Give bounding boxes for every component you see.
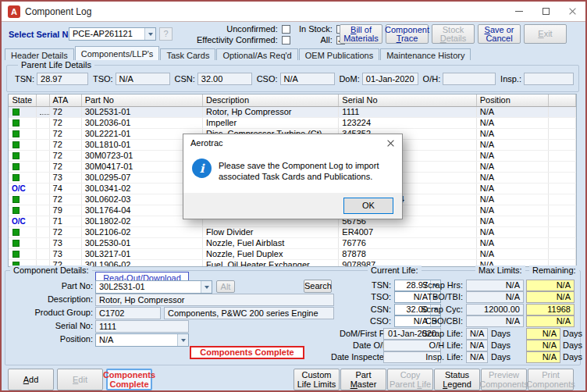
serial-combobox[interactable]: PCE-AP261121 (69, 27, 156, 41)
tab-task-cards[interactable]: Task Cards (160, 48, 215, 60)
max-limit-tbo-tbi-field[interactable]: N/A (466, 291, 524, 303)
max-limit-o-h-life-field[interactable]: N/A (466, 340, 488, 351)
components-complete-button[interactable]: ComponentsComplete (106, 369, 152, 390)
ata-cell: 73 (49, 237, 81, 248)
table-header-col7[interactable] (548, 94, 575, 106)
position-cell: N/A (476, 117, 548, 128)
chevron-down-icon[interactable] (201, 281, 212, 293)
tab-components-llp-s[interactable]: Components/LLP's (75, 46, 160, 60)
part-no-combobox[interactable]: 30L2531-01 (95, 280, 212, 294)
table-header-state[interactable]: State (9, 94, 36, 106)
row-marker-cell (36, 106, 49, 117)
checkbox-unconfirmed[interactable] (282, 25, 290, 34)
field-value-cso[interactable]: N/A (280, 73, 335, 85)
state-green-icon (12, 251, 20, 258)
max-limit-cbo-cbi-field[interactable]: N/A (466, 315, 524, 327)
row-marker-cell (36, 237, 49, 248)
part-master-button[interactable]: PartMaster (340, 369, 386, 390)
state-green-icon (12, 130, 20, 137)
dialog-title: Aerotrac (190, 138, 223, 148)
state-green-icon (12, 174, 20, 181)
serial-no-cell: 123224 (339, 117, 476, 128)
empty-cell (548, 248, 575, 259)
parent-field-tsn: TSN:28.97 (15, 73, 88, 85)
ok-button[interactable]: OK (343, 198, 393, 214)
state-green-icon (12, 119, 20, 127)
row-marker-cell (36, 183, 49, 194)
status-legend-button[interactable]: StatusLegend (434, 369, 480, 390)
position-value: N/A (99, 335, 113, 344)
dialog-close-button[interactable] (379, 134, 402, 151)
description-cell: Nozzle, Fuel Airblast (202, 237, 338, 248)
ata-cell: 72 (49, 128, 81, 139)
state-cell (9, 248, 36, 259)
days-label: Days (563, 329, 582, 338)
row-marker-cell (36, 216, 49, 226)
parent-field-tso: TSO:N/A (93, 73, 170, 85)
minimize-button[interactable] (506, 2, 532, 21)
table-row[interactable]: 7230L2106-02Flow DividerER4007N/A (9, 226, 576, 237)
max-limit-label-cbo-cbi: CBO/CBI: (402, 316, 463, 326)
product-group-code-field[interactable]: C1702 (95, 307, 161, 319)
custom-life-limits-button[interactable]: CustomLife Limits (294, 369, 340, 390)
description-cell: Flow Divider (202, 226, 338, 237)
current-life-label-date-inspected: Date Inspected: (299, 352, 391, 362)
maximize-icon (543, 8, 550, 15)
chevron-down-icon[interactable] (144, 28, 155, 40)
field-label: O/H: (423, 74, 441, 84)
field-label: CSN: (174, 74, 194, 84)
table-header-part-no[interactable]: Part No (81, 94, 202, 106)
position-combobox[interactable]: N/A (95, 333, 189, 347)
checkbox-effectivity-confirmed[interactable] (282, 36, 290, 45)
table-header-description[interactable]: Description (202, 94, 338, 106)
field-value-tsn[interactable]: 28.97 (37, 73, 88, 85)
ata-cell: 74 (49, 183, 81, 194)
field-value-insp[interactable] (524, 73, 574, 85)
oc-state-text: O/C (12, 217, 26, 226)
row-marker-cell (36, 161, 49, 172)
chevron-down-icon[interactable] (177, 334, 188, 346)
max-limit-scrap-cyc-field[interactable]: 12000.00 (466, 304, 524, 315)
tab-optional-as-req-d[interactable]: Optional/As Req'd (216, 48, 297, 60)
save-or-cancel-button[interactable]: Save orCancel (478, 24, 521, 44)
row-marker-cell (36, 150, 49, 161)
table-header-serial-no[interactable]: Serial No (339, 94, 476, 106)
table-row[interactable]: 7230L2531-01Rotor, Hp Compressor1111N/A (9, 106, 576, 117)
serial-no-label: Serial No: (7, 321, 93, 330)
table-row[interactable]: 7230L2036-01Impeller123224N/A (9, 117, 576, 128)
field-value-tso[interactable]: N/A (116, 73, 170, 85)
close-button[interactable] (559, 2, 585, 21)
max-limit-scrap-life-field[interactable]: N/A (466, 328, 488, 340)
table-header-ata[interactable]: ATA (49, 94, 81, 106)
add-button[interactable]: Add (8, 369, 54, 390)
help-button[interactable]: ? (159, 27, 173, 41)
position-cell: N/A (476, 194, 548, 205)
max-limit-insp-life-field[interactable]: N/A (466, 351, 488, 363)
serial-no-field[interactable]: 1111 (95, 320, 189, 333)
tab-header-details[interactable]: Header Details (5, 48, 74, 60)
print-components-button: PrintComponents (528, 369, 574, 390)
tab-maintenance-history[interactable]: Maintenance History (380, 48, 471, 60)
bill-of-materials-button[interactable]: Bill ofMaterials (340, 24, 382, 44)
tab-oem-publications[interactable]: OEM Publications (299, 48, 379, 60)
state-cell (9, 237, 36, 248)
table-header-col1[interactable] (36, 94, 49, 106)
field-value-dom[interactable]: 01-Jan-2020 (362, 73, 418, 85)
empty-cell (548, 183, 575, 194)
maximize-button[interactable] (532, 2, 559, 21)
remaining-cbo-cbi-field: N/A (526, 315, 575, 327)
current-life-label-date-o-h: Date O/H: (299, 340, 391, 350)
dialog-message: Please save the Component Log to import … (219, 159, 393, 182)
table-row[interactable]: 7330L3217-01Nozzle, Fuel Duplex87878N/A (9, 248, 576, 259)
component-trace-button[interactable]: ComponentTrace (386, 24, 429, 44)
part-no-cell: 30L1906-02 (81, 259, 202, 267)
field-value-o-h[interactable] (443, 73, 496, 85)
state-green-icon (12, 152, 20, 159)
position-label: Position: (7, 334, 93, 344)
max-limit-scrap-hrs-field[interactable]: N/A (466, 280, 524, 291)
position-cell: N/A (476, 237, 548, 248)
max-limits-caption: Max Limits: (475, 265, 525, 275)
field-value-csn[interactable]: 32.00 (197, 73, 252, 85)
table-header-position[interactable]: Position (476, 94, 548, 106)
table-row[interactable]: 7330L2530-01Nozzle, Fuel Airblast76776N/… (9, 237, 576, 248)
